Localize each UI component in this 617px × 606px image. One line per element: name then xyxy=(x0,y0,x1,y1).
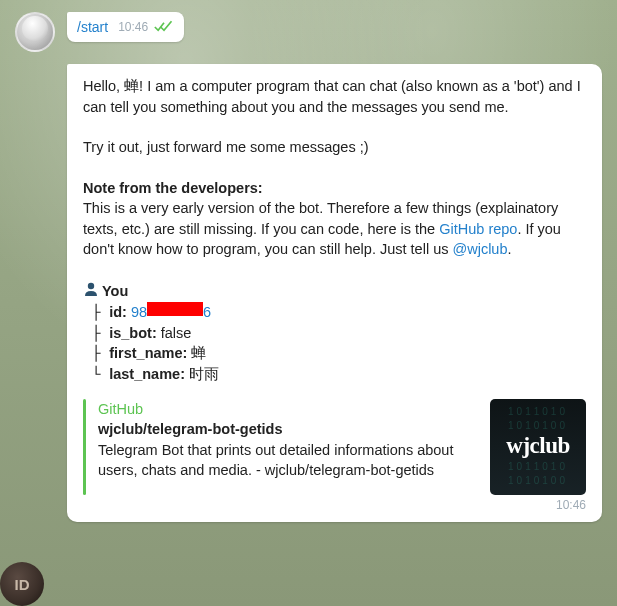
user-info-section: You ├ id: 986 ├ is_bot: false ├ first_na… xyxy=(83,281,586,385)
preview-thumbnail[interactable]: 1011010 1010100 1011010 1010100 wjclub xyxy=(490,399,586,495)
preview-title: wjclub/telegram-bot-getids xyxy=(98,419,480,440)
corner-badge-text: ID xyxy=(15,576,30,593)
preview-description: Telegram Bot that prints out detailed in… xyxy=(98,440,480,481)
preview-accent-bar xyxy=(83,399,86,495)
bot-message-bubble[interactable]: Hello, 蝉! I am a computer program that c… xyxy=(67,64,602,522)
note-text-3: . xyxy=(508,241,512,257)
lastname-row: └ last_name: 时雨 xyxy=(83,364,586,385)
person-icon xyxy=(83,281,99,303)
id-prefix[interactable]: 98 xyxy=(131,302,147,323)
isbot-row: ├ is_bot: false xyxy=(83,323,586,344)
github-link[interactable]: GitHub repo xyxy=(439,221,517,237)
id-suffix[interactable]: 6 xyxy=(203,302,211,323)
svg-point-0 xyxy=(88,282,94,288)
message-time: 10:46 xyxy=(118,20,148,34)
user-heading: You xyxy=(102,281,128,302)
tryit-text: Try it out, just forward me some message… xyxy=(83,137,586,158)
wjclub-link[interactable]: @wjclub xyxy=(452,241,507,257)
isbot-label: is_bot: xyxy=(109,323,157,344)
id-redaction xyxy=(147,302,203,316)
note-heading: Note from the developers: xyxy=(83,180,263,196)
bot-message-time: 10:46 xyxy=(83,497,586,514)
outgoing-message-row: /start 10:46 xyxy=(15,12,602,52)
isbot-value: false xyxy=(161,323,192,344)
command-text[interactable]: /start xyxy=(77,19,108,35)
id-label: id: xyxy=(109,302,127,323)
firstname-value: 蝉 xyxy=(191,343,206,364)
note-block: Note from the developers: This is a very… xyxy=(83,178,586,260)
corner-avatar[interactable]: ID xyxy=(0,562,44,606)
thumb-text: wjclub xyxy=(506,430,569,463)
id-row: ├ id: 986 xyxy=(83,302,586,323)
preview-site: GitHub xyxy=(98,399,480,420)
link-preview-card[interactable]: GitHub wjclub/telegram-bot-getids Telegr… xyxy=(83,399,586,495)
note-body: This is a very early version of the bot.… xyxy=(83,198,586,260)
firstname-row: ├ first_name: 蝉 xyxy=(83,343,586,364)
lastname-label: last_name: xyxy=(109,364,185,385)
firstname-label: first_name: xyxy=(109,343,187,364)
avatar[interactable] xyxy=(15,12,55,52)
read-checks-icon xyxy=(154,20,174,34)
outgoing-bubble[interactable]: /start 10:46 xyxy=(67,12,184,42)
greeting-text: Hello, 蝉! I am a computer program that c… xyxy=(83,76,586,117)
lastname-value: 时雨 xyxy=(189,364,219,385)
